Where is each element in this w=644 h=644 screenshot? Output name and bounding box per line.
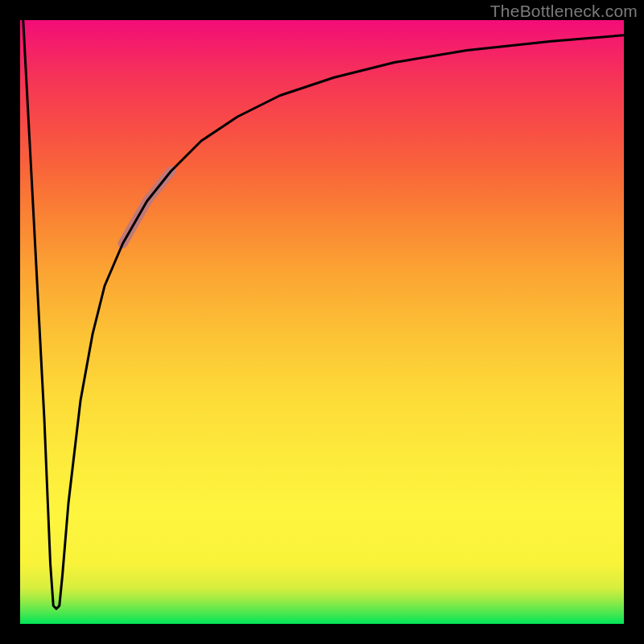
plot-area xyxy=(20,20,624,624)
attribution-text: TheBottleneck.com xyxy=(490,2,638,21)
curve-layer xyxy=(20,20,624,624)
bottleneck-curve xyxy=(23,20,624,609)
chart-frame: TheBottleneck.com xyxy=(0,0,644,644)
